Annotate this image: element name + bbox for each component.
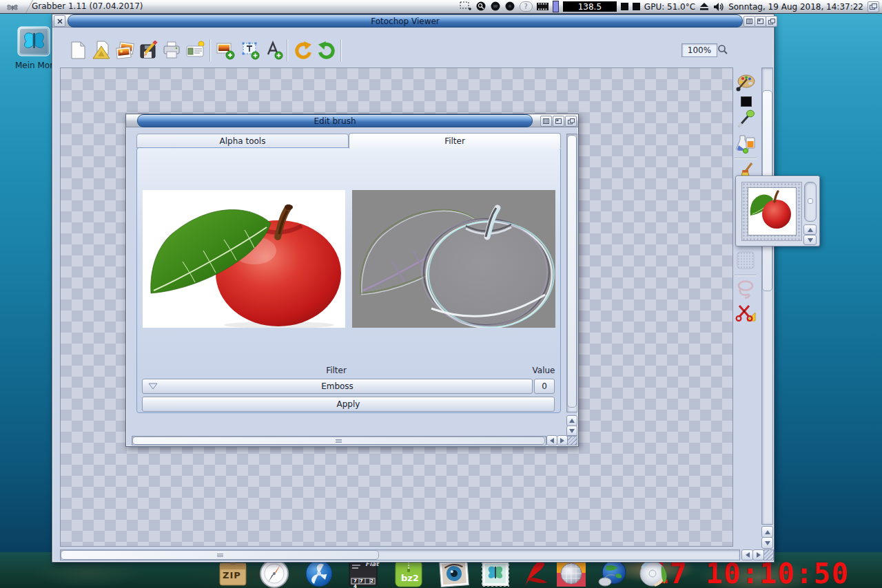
dock-item-fan[interactable] (303, 559, 335, 588)
new-from-template-button[interactable] (90, 39, 113, 62)
dialog-scroll-left-button[interactable] (546, 435, 557, 445)
tab-alpha-tools[interactable]: Alpha tools (136, 134, 349, 148)
dialog-resize-grip[interactable] (567, 435, 577, 445)
zoom-window-button[interactable] (755, 16, 766, 27)
left-arrow-icon (550, 438, 554, 443)
down-arrow-icon (808, 238, 813, 242)
dock-item-discoball[interactable] (555, 559, 587, 588)
scan-card-button[interactable] (183, 39, 207, 62)
menubar-datetime: Sonntag, 19 Aug 2018, 14:37:22 (728, 2, 863, 12)
dock-item-cd[interactable] (638, 559, 670, 588)
right-arrow-icon (757, 552, 761, 558)
dialog-hscrollbar-thumb[interactable] (132, 437, 545, 445)
color-mixer-tool[interactable] (734, 132, 757, 155)
redo-button[interactable] (316, 39, 339, 62)
brush-preview-area (741, 182, 802, 241)
dialog-titlebar[interactable]: Edit brush (126, 114, 578, 127)
resize-grip[interactable] (763, 549, 774, 560)
dock-item-stamp[interactable] (480, 559, 511, 588)
preview-up-button[interactable] (803, 224, 817, 235)
dialog-zoom-button[interactable] (553, 116, 564, 127)
iconify-button[interactable] (743, 16, 755, 27)
edit-save-button[interactable] (136, 39, 160, 62)
menubar: Grabber 1.11 (07.04.2017) ? (0, 0, 882, 14)
filter-dropdown[interactable]: Emboss (142, 379, 533, 394)
zoom-input[interactable] (681, 43, 717, 57)
globe-mouse-icon (597, 559, 628, 588)
dock-item-compass[interactable] (256, 559, 292, 588)
dialog-depth-button[interactable] (565, 116, 577, 127)
preview-slider-knob[interactable] (808, 198, 813, 204)
compass-icon (256, 559, 292, 588)
add-text-button[interactable] (262, 39, 285, 62)
eject-icon[interactable] (699, 2, 709, 11)
open-images-button[interactable] (113, 39, 136, 62)
tool-separator (735, 158, 757, 158)
undo-button[interactable] (291, 39, 314, 62)
dialog-title: Edit brush (314, 116, 356, 126)
screen-icon[interactable] (505, 1, 515, 12)
value-field[interactable]: 0 (534, 379, 555, 394)
magnifier-icon[interactable] (717, 44, 728, 55)
pattern-tool[interactable] (734, 249, 757, 272)
menubar-app-title: Grabber 1.11 (07.04.2017) (32, 1, 143, 11)
screen: 17 10:10:50 ZIP (0, 0, 882, 588)
zip-archive-icon (217, 559, 249, 588)
selection-icon[interactable] (460, 1, 472, 12)
lasso-tool[interactable] (734, 277, 757, 301)
help-label: ? (524, 3, 528, 10)
scroll-down-button[interactable] (761, 537, 773, 549)
dock-item-zip[interactable]: ZIP (217, 559, 249, 588)
add-image-button[interactable] (214, 39, 237, 62)
display-square-icon[interactable] (633, 3, 640, 10)
scroll-right-button[interactable] (752, 549, 764, 560)
new-from-template-icon (92, 41, 111, 60)
close-button[interactable] (54, 15, 65, 27)
viewer-title-lozenge[interactable]: Fotochop Viewer (68, 14, 743, 28)
tab-filter[interactable]: Filter (349, 133, 561, 149)
dialog-vscrollbar-thumb[interactable] (567, 135, 577, 408)
dialog-scroll-up-button[interactable] (566, 415, 577, 426)
brush-thumbnail[interactable] (748, 187, 797, 235)
speaker-icon[interactable] (713, 2, 724, 12)
color-mixer-icon (735, 133, 756, 154)
paint-palette-tool[interactable] (734, 70, 757, 93)
eye-viewer-icon (438, 559, 470, 588)
eyedropper-tool[interactable] (734, 107, 757, 131)
tab-label: Alpha tools (220, 136, 266, 146)
depth-button[interactable] (766, 16, 777, 27)
apply-label: Apply (337, 399, 360, 409)
add-text-box-button[interactable] (238, 39, 262, 62)
screen-icon[interactable] (491, 1, 501, 12)
print-button[interactable] (160, 39, 183, 62)
butterfly-box-icon (17, 25, 52, 58)
film-icon[interactable] (537, 1, 548, 12)
scroll-left-button[interactable] (741, 549, 753, 560)
screens-depth-icon[interactable] (868, 1, 879, 12)
color-swatch[interactable] (741, 96, 752, 107)
horizontal-scrollbar-thumb[interactable] (61, 550, 379, 560)
butterfly-logo-icon[interactable] (6, 1, 19, 12)
scroll-up-button[interactable] (761, 526, 773, 538)
dock-item-bz2[interactable]: bz2 (393, 559, 424, 588)
preview-down-button[interactable] (803, 235, 817, 245)
iconify-icon (543, 118, 549, 124)
dialog-scroll-right-button[interactable] (557, 435, 568, 445)
apply-button[interactable]: Apply (142, 397, 555, 412)
toolbar-separator (209, 39, 210, 61)
zoom-window-icon (757, 19, 763, 24)
new-document-button[interactable] (66, 39, 90, 62)
tool-separator (735, 275, 757, 275)
viewer-titlebar[interactable]: Fotochop Viewer (52, 14, 774, 28)
dialog-iconify-button[interactable] (540, 116, 552, 127)
help-button[interactable]: ? (520, 1, 533, 12)
dock-item-movie[interactable]: Flat 77 2 4 (347, 559, 379, 588)
scissors-tool[interactable] (734, 301, 757, 324)
dock-item-globe[interactable] (597, 559, 628, 588)
dock-item-eye-viewer[interactable] (438, 559, 470, 588)
dock-item-acrobat[interactable] (520, 559, 551, 588)
dialog-title-lozenge[interactable]: Edit brush (137, 114, 533, 127)
zoom-icon[interactable] (476, 1, 486, 12)
display-square-icon[interactable] (621, 3, 628, 10)
zoom-window-icon (555, 118, 562, 124)
